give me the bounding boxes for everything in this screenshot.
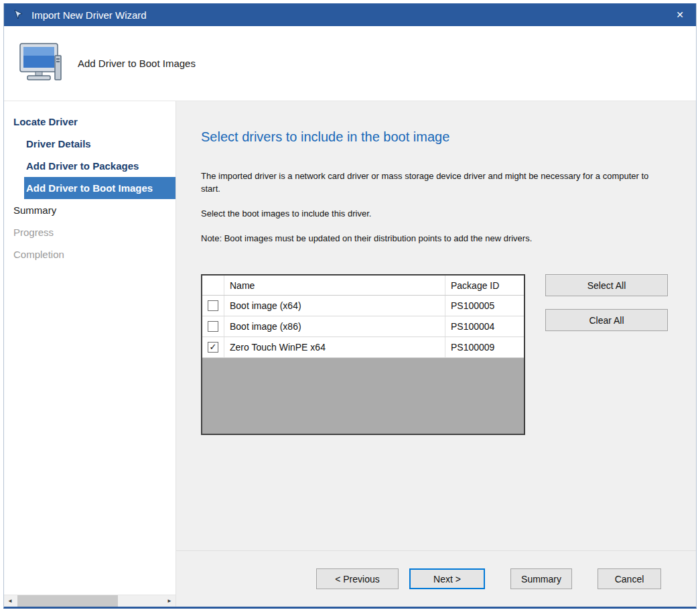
table-row[interactable]: ✓ Boot image (x86) PS100004 xyxy=(202,316,524,337)
row-checkbox-cell: ✓ xyxy=(202,296,224,316)
wizard-header: Add Driver to Boot Images xyxy=(4,26,696,101)
wizard-steps-sidebar: Locate Driver Driver Details Add Driver … xyxy=(4,101,176,607)
wizard-footer: < Previous Next > Summary Cancel xyxy=(176,550,696,607)
row-name: Zero Touch WinPE x64 xyxy=(224,337,445,357)
table-action-buttons: Select All Clear All xyxy=(545,274,668,344)
header-package-id: Package ID xyxy=(445,276,524,295)
content-area: Locate Driver Driver Details Add Driver … xyxy=(4,101,696,607)
table-row[interactable]: ✓ Zero Touch WinPE x64 PS100009 xyxy=(202,337,524,358)
note-paragraph: Note: Boot images must be updated on the… xyxy=(201,233,663,245)
sidebar-item-locate-driver[interactable]: Locate Driver xyxy=(4,111,176,133)
scroll-right-icon[interactable]: ► xyxy=(163,595,176,607)
close-icon[interactable]: ✕ xyxy=(664,3,696,26)
boot-images-table: Name Package ID ✓ Boot image (x64) PS100… xyxy=(201,274,525,435)
sidebar-item-add-driver-to-packages[interactable]: Add Driver to Packages xyxy=(4,155,176,177)
cancel-button[interactable]: Cancel xyxy=(598,568,661,589)
row-checkbox-cell: ✓ xyxy=(202,316,224,336)
boot-image-selection-zone: Name Package ID ✓ Boot image (x64) PS100… xyxy=(201,274,669,435)
main-scroll-area: Select drivers to include in the boot im… xyxy=(176,101,696,550)
select-all-button[interactable]: Select All xyxy=(545,274,668,296)
description-paragraph: The imported driver is a network card dr… xyxy=(201,170,663,196)
next-button[interactable]: Next > xyxy=(409,568,485,589)
title-bar: Import New Driver Wizard ✕ xyxy=(4,3,696,26)
clear-all-button[interactable]: Clear All xyxy=(545,309,668,331)
sidebar-item-progress: Progress xyxy=(4,221,176,243)
sidebar-item-summary[interactable]: Summary xyxy=(4,199,176,221)
header-checkbox-column xyxy=(202,276,224,295)
summary-button[interactable]: Summary xyxy=(510,568,572,589)
instruction-paragraph: Select the boot images to include this d… xyxy=(201,208,663,221)
header-name: Name xyxy=(224,276,445,295)
previous-button[interactable]: < Previous xyxy=(316,568,399,589)
row-package-id: PS100009 xyxy=(445,337,524,357)
boot-image-x64-checkbox[interactable]: ✓ xyxy=(208,300,218,311)
sidebar-item-driver-details[interactable]: Driver Details xyxy=(4,133,176,155)
row-checkbox-cell: ✓ xyxy=(202,337,224,357)
horizontal-scrollbar[interactable]: ◄ ► xyxy=(4,595,176,607)
sidebar-item-completion: Completion xyxy=(4,243,176,265)
scrollbar-track[interactable] xyxy=(118,595,163,607)
row-package-id: PS100005 xyxy=(445,296,524,316)
scrollbar-thumb[interactable] xyxy=(17,595,118,607)
row-name: Boot image (x86) xyxy=(224,316,445,336)
sidebar-item-add-driver-to-boot-images[interactable]: Add Driver to Boot Images xyxy=(24,177,176,199)
wizard-arrow-icon xyxy=(13,9,25,21)
wizard-window: Import New Driver Wizard ✕ Add Driver to… xyxy=(3,3,697,609)
screen: Import New Driver Wizard ✕ Add Driver to… xyxy=(0,0,700,612)
main-panel: Select drivers to include in the boot im… xyxy=(176,101,696,607)
computer-icon xyxy=(16,42,64,85)
row-package-id: PS100004 xyxy=(445,316,524,336)
table-row[interactable]: ✓ Boot image (x64) PS100005 xyxy=(202,296,524,316)
row-name: Boot image (x64) xyxy=(224,296,445,316)
window-title: Import New Driver Wizard xyxy=(31,9,664,21)
zero-touch-winpe-checkbox[interactable]: ✓ xyxy=(208,342,218,353)
section-heading: Select drivers to include in the boot im… xyxy=(201,129,669,145)
scroll-left-icon[interactable]: ◄ xyxy=(4,595,16,607)
page-title: Add Driver to Boot Images xyxy=(78,58,196,69)
table-header-row: Name Package ID xyxy=(202,276,524,296)
check-icon: ✓ xyxy=(210,343,217,351)
boot-image-x86-checkbox[interactable]: ✓ xyxy=(208,321,218,332)
